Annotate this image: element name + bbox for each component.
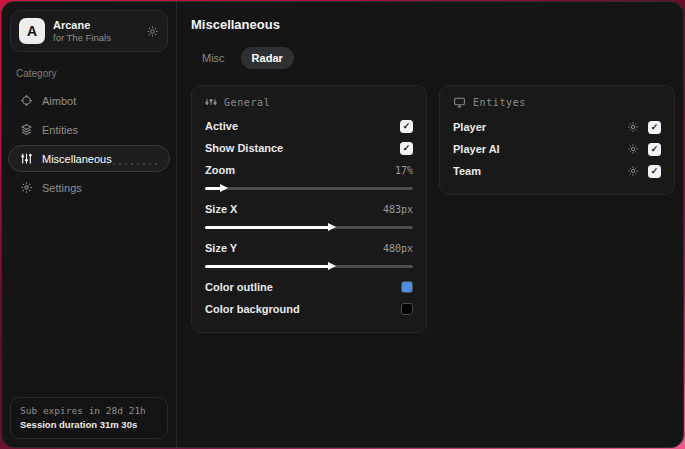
- entity-row-team: Team ✓: [453, 160, 661, 182]
- team-checkbox[interactable]: ✓: [648, 165, 661, 178]
- setting-row-size-y: Size Y 480px: [205, 237, 413, 259]
- dots-decoration: [105, 162, 157, 166]
- tab-misc[interactable]: Misc: [191, 47, 236, 69]
- gear-icon[interactable]: [627, 165, 639, 177]
- gear-icon[interactable]: [627, 121, 639, 133]
- zoom-slider[interactable]: [205, 182, 413, 194]
- brand-title: Arcane: [53, 19, 138, 32]
- panel-title: General: [224, 97, 270, 108]
- size-x-slider[interactable]: [205, 221, 413, 233]
- show-distance-checkbox[interactable]: ✓: [400, 142, 413, 155]
- subscription-card: Sub expires in 28d 21h Session duration …: [10, 397, 168, 439]
- main-content: Miscellaneous Misc Radar Gene: [177, 2, 684, 447]
- setting-row-active: Active ✓: [205, 115, 413, 137]
- gear-icon[interactable]: [146, 25, 159, 38]
- sidebar-item-settings[interactable]: Settings: [8, 174, 170, 201]
- color-outline-swatch[interactable]: [401, 281, 413, 293]
- slider-thumb[interactable]: [220, 184, 228, 192]
- monitor-icon: [453, 96, 466, 109]
- sidebar: A Arcane for The Finals Category: [2, 2, 177, 447]
- entity-row-player-ai: Player AI ✓: [453, 138, 661, 160]
- player-ai-checkbox[interactable]: ✓: [648, 143, 661, 156]
- app-window: A Arcane for The Finals Category: [1, 1, 684, 448]
- player-checkbox[interactable]: ✓: [648, 121, 661, 134]
- entities-panel: Entityes Player ✓: [439, 85, 675, 195]
- sidebar-item-label: Settings: [42, 182, 82, 194]
- adjustments-icon: [205, 96, 217, 108]
- size-y-value: 480px: [383, 243, 413, 254]
- sub-expiry-text: Sub expires in 28d 21h: [20, 405, 158, 416]
- color-background-swatch[interactable]: [401, 303, 413, 315]
- page-title: Miscellaneous: [191, 17, 675, 32]
- gear-icon: [20, 181, 33, 194]
- sidebar-item-miscellaneous[interactable]: Miscellaneous: [8, 145, 170, 172]
- sidebar-item-entities[interactable]: Entities: [8, 116, 170, 143]
- brand-logo: A: [19, 18, 45, 44]
- active-checkbox[interactable]: ✓: [400, 120, 413, 133]
- tab-bar: Misc Radar: [191, 47, 675, 69]
- entities-icon: [20, 123, 33, 136]
- slider-thumb[interactable]: [328, 223, 336, 231]
- setting-row-color-background: Color background: [205, 298, 413, 320]
- general-panel: General Active ✓ Show Distance ✓ Zoom 17…: [191, 85, 427, 333]
- gear-icon[interactable]: [627, 143, 639, 155]
- sidebar-item-label: Miscellaneous: [42, 153, 112, 165]
- sliders-icon: [20, 152, 33, 165]
- brand-card: A Arcane for The Finals: [10, 10, 168, 52]
- size-y-slider[interactable]: [205, 260, 413, 272]
- tab-radar[interactable]: Radar: [241, 47, 294, 69]
- size-x-value: 483px: [383, 204, 413, 215]
- sidebar-nav: Aimbot Entities: [2, 83, 176, 205]
- category-label: Category: [2, 58, 176, 83]
- session-duration-text: Session duration 31m 30s: [20, 419, 158, 430]
- sidebar-item-label: Entities: [42, 124, 78, 136]
- setting-row-size-x: Size X 483px: [205, 198, 413, 220]
- sidebar-item-label: Aimbot: [42, 95, 76, 107]
- zoom-value: 17%: [395, 165, 413, 176]
- sidebar-item-aimbot[interactable]: Aimbot: [8, 87, 170, 114]
- setting-row-color-outline: Color outline: [205, 276, 413, 298]
- entity-row-player: Player ✓: [453, 116, 661, 138]
- brand-subtitle: for The Finals: [53, 32, 138, 43]
- setting-row-zoom: Zoom 17%: [205, 159, 413, 181]
- slider-thumb[interactable]: [328, 262, 336, 270]
- setting-row-show-distance: Show Distance ✓: [205, 137, 413, 159]
- panel-title: Entityes: [473, 97, 526, 108]
- crosshair-icon: [20, 94, 33, 107]
